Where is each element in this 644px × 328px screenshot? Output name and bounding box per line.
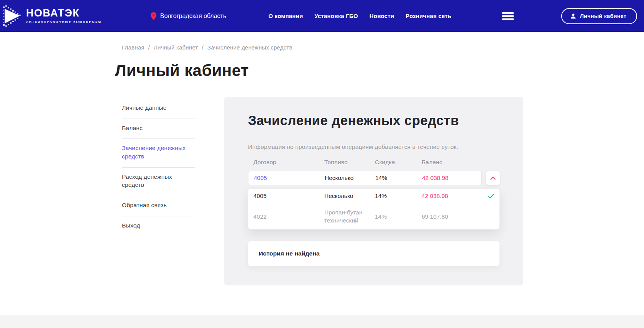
nav-item-about[interactable]: О компании [268, 13, 303, 19]
column-header-balance: Баланс [422, 159, 495, 166]
selected-balance: 42 038.98 [422, 175, 476, 181]
sidebar-item-spending[interactable]: Расход денежных средств [122, 168, 195, 196]
option-fuel: Несколько [324, 192, 375, 200]
option-contract: 4022 [253, 213, 324, 220]
location-pin-icon [151, 12, 156, 20]
sidebar-item-personal-data[interactable]: Личные данные [122, 104, 195, 119]
check-icon [483, 194, 494, 199]
user-icon [570, 13, 576, 19]
dropdown-option-4022[interactable]: 4022 Пропан-бутан технический 14% 69 107… [248, 204, 499, 229]
region-selector[interactable]: Волгоградская область [151, 12, 227, 20]
option-fuel: Пропан-бутан технический [324, 209, 375, 225]
history-empty-card: История не найдена [248, 241, 499, 266]
sidebar-item-feedback[interactable]: Обратная связь [122, 196, 195, 216]
nav-item-retail[interactable]: Розничная сеть [406, 13, 451, 19]
contract-select-line: 4005 Несколько 14% 42 038.98 [248, 171, 500, 185]
nav-item-gbo[interactable]: Установка ГБО [314, 13, 358, 19]
dropdown-option-4005[interactable]: 4005 Несколько 14% 42 038.98 [248, 189, 499, 204]
sidebar-item-balance[interactable]: Баланс [122, 119, 195, 139]
hamburger-menu-icon[interactable] [500, 10, 516, 22]
panel-note: Информация по произведенным операциям до… [248, 143, 500, 150]
table-header-row: Договор Топливо Скидка Баланс [248, 159, 500, 166]
content-row: Личные данные Баланс Зачисление денежных… [122, 97, 644, 285]
selected-fuel: Несколько [325, 175, 375, 181]
option-discount: 14% [375, 213, 422, 220]
chevron-up-icon [490, 176, 496, 180]
site-header: НОВАТЭК АВТОЗАПРАВОЧНЫЕ КОМПЛЕКСЫ Волгог… [0, 0, 644, 32]
brand-name: НОВАТЭК [26, 8, 102, 18]
account-sidebar: Личные данные Баланс Зачисление денежных… [122, 104, 195, 236]
option-contract: 4005 [253, 193, 324, 199]
breadcrumb-separator: / [202, 44, 204, 51]
column-header-contract: Договор [253, 159, 324, 166]
collapse-dropdown-button[interactable] [486, 171, 500, 185]
breadcrumb-home[interactable]: Главная [122, 44, 145, 51]
option-balance: 42 038.98 [422, 193, 483, 199]
panel-title: Зачисление денежных средств [248, 113, 500, 128]
sidebar-item-logout[interactable]: Выход [122, 216, 195, 236]
account-button-label: Личный кабинет [580, 13, 626, 19]
brand-tagline: АВТОЗАПРАВОЧНЫЕ КОМПЛЕКСЫ [26, 20, 102, 24]
contract-select[interactable]: 4005 Несколько 14% 42 038.98 [248, 171, 482, 185]
brand-logo[interactable]: НОВАТЭК АВТОЗАПРАВОЧНЫЕ КОМПЛЕКСЫ [2, 4, 102, 28]
page-title: Личный кабинет [115, 61, 644, 80]
history-empty-label: История не найдена [259, 250, 320, 257]
region-label: Волгоградская область [160, 13, 227, 20]
column-header-fuel: Топливо [324, 159, 375, 166]
main-nav: О компании Установка ГБО Новости Розничн… [268, 13, 451, 19]
breadcrumb: Главная / Личный кабинет / Зачисление де… [122, 44, 644, 51]
breadcrumb-account[interactable]: Личный кабинет [154, 44, 198, 51]
selected-discount: 14% [375, 175, 422, 181]
logo-pixel-triangle-icon [2, 4, 23, 28]
account-button[interactable]: Личный кабинет [561, 8, 637, 24]
column-header-discount: Скидка [375, 159, 422, 166]
crediting-panel: Зачисление денежных средств Информация п… [224, 97, 523, 285]
breadcrumb-separator: / [148, 44, 150, 51]
footer-strip [0, 315, 644, 328]
selected-contract: 4005 [254, 175, 325, 181]
nav-item-news[interactable]: Новости [370, 13, 394, 19]
sidebar-item-crediting[interactable]: Зачисление денежных средств [122, 139, 195, 167]
breadcrumb-current: Зачисление денежных средств [207, 44, 292, 51]
option-discount: 14% [375, 193, 422, 199]
option-balance: 69 107.80 [422, 213, 483, 220]
contract-dropdown: 4005 Несколько 14% 42 038.98 4022 Пропан… [248, 189, 499, 229]
